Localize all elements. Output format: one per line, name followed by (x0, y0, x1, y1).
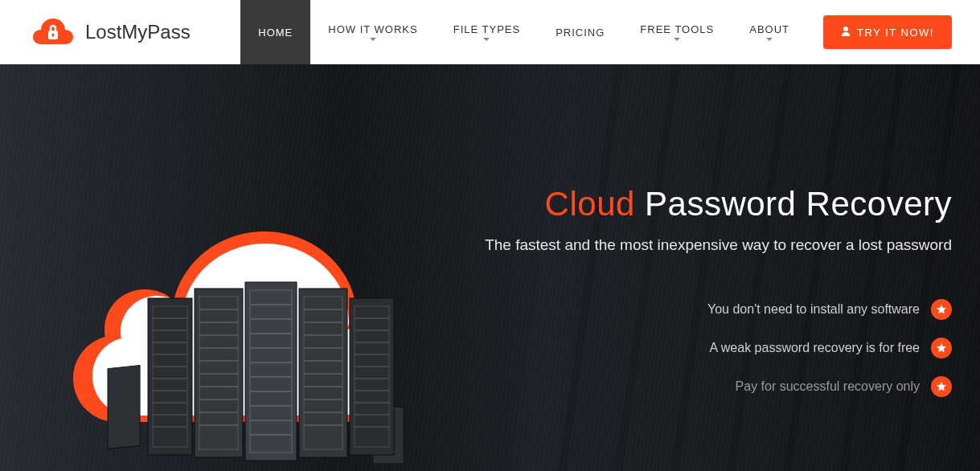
nav-free-tools[interactable]: FREE TOOLS (622, 0, 732, 64)
hero-copy: Cloud Password Recovery The fastest and … (453, 64, 952, 471)
nav-about-label: ABOUT (749, 24, 789, 35)
svg-rect-6 (148, 298, 192, 455)
nav-file-types-label: FILE TYPES (453, 24, 520, 35)
nav-free-tools-label: FREE TOOLS (640, 24, 714, 35)
svg-rect-30 (245, 282, 297, 461)
chevron-down-icon (766, 38, 773, 41)
star-badge-icon (931, 338, 952, 358)
header-spacer (207, 0, 241, 64)
svg-rect-18 (195, 289, 243, 457)
nav-pricing-label: PRICING (556, 27, 605, 38)
hero-point-1: You don't need to install any software (707, 299, 952, 320)
hero-point-2-text: A weak password recovery is for free (710, 341, 920, 355)
svg-rect-2 (52, 35, 54, 37)
try-it-now-button[interactable]: TRY IT NOW! (823, 15, 952, 49)
svg-rect-54 (350, 298, 394, 455)
chevron-down-icon (674, 38, 680, 41)
hero-bullets: You don't need to install any software A… (453, 299, 952, 397)
star-badge-icon (931, 376, 952, 397)
cta-wrap: TRY IT NOW! (807, 0, 952, 64)
hero-point-2: A weak password recovery is for free (710, 338, 952, 358)
nav-about[interactable]: ABOUT (732, 0, 807, 64)
nav-home-label: HOME (258, 27, 293, 38)
hero: Cloud Password Recovery The fastest and … (0, 64, 980, 471)
svg-rect-4 (108, 365, 140, 448)
cloud-servers-illustration (28, 64, 453, 471)
cta-label: TRY IT NOW! (857, 27, 934, 39)
svg-point-3 (843, 27, 848, 31)
hero-point-3-text: Pay for successful recovery only (736, 379, 920, 394)
hero-title: Cloud Password Recovery (453, 185, 952, 223)
hero-title-accent: Cloud (545, 185, 635, 223)
svg-rect-42 (299, 289, 347, 457)
nav-file-types[interactable]: FILE TYPES (436, 0, 538, 64)
logo[interactable]: LostMyPass (32, 0, 207, 64)
hero-point-3: Pay for successful recovery only (736, 376, 952, 397)
nav-how-it-works-label: HOW IT WORKS (328, 24, 417, 35)
star-badge-icon (931, 299, 952, 320)
nav-home[interactable]: HOME (240, 0, 310, 64)
main-nav: HOME HOW IT WORKS FILE TYPES PRICING FRE… (240, 0, 807, 64)
hero-subtitle: The fastest and the most inexpensive way… (453, 236, 952, 254)
nav-how-it-works[interactable]: HOW IT WORKS (310, 0, 435, 64)
chevron-down-icon (370, 38, 376, 41)
hero-point-1-text: You don't need to install any software (707, 302, 920, 317)
logo-text: LostMyPass (85, 21, 191, 43)
user-icon (841, 26, 851, 39)
nav-pricing[interactable]: PRICING (538, 0, 622, 64)
hero-title-rest: Password Recovery (645, 185, 952, 223)
chevron-down-icon (483, 38, 490, 41)
site-header: LostMyPass HOME HOW IT WORKS FILE TYPES … (0, 0, 980, 64)
cloud-lock-icon (32, 17, 74, 47)
